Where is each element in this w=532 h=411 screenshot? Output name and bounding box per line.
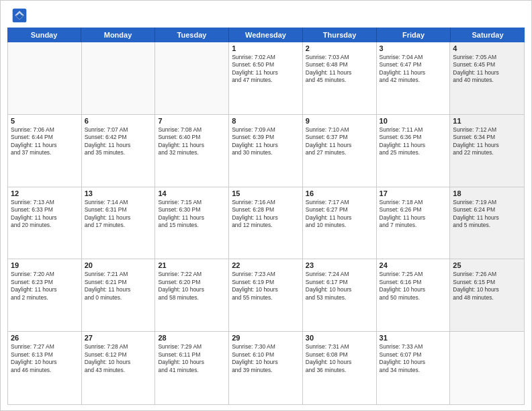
day-number: 17 <box>380 189 447 197</box>
calendar-cell <box>82 42 156 114</box>
day-number: 24 <box>380 261 447 269</box>
weekday-header-monday: Monday <box>81 28 155 42</box>
day-number: 19 <box>11 261 79 269</box>
day-info: Sunrise: 7:03 AM Sunset: 6:48 PM Dayligh… <box>306 54 373 85</box>
calendar-cell: 12Sunrise: 7:13 AM Sunset: 6:33 PM Dayli… <box>8 187 82 259</box>
day-info: Sunrise: 7:23 AM Sunset: 6:19 PM Dayligh… <box>232 271 300 302</box>
day-info: Sunrise: 7:04 AM Sunset: 6:47 PM Dayligh… <box>380 54 447 85</box>
calendar-cell: 6Sunrise: 7:07 AM Sunset: 6:42 PM Daylig… <box>82 115 156 187</box>
calendar-cell <box>8 42 82 114</box>
day-number: 10 <box>380 117 447 125</box>
day-number: 8 <box>232 117 300 125</box>
day-number: 5 <box>11 117 79 125</box>
calendar-cell: 21Sunrise: 7:22 AM Sunset: 6:20 PM Dayli… <box>155 259 229 331</box>
calendar-cell <box>450 332 524 404</box>
calendar-cell: 28Sunrise: 7:29 AM Sunset: 6:11 PM Dayli… <box>155 332 229 404</box>
weekday-header-tuesday: Tuesday <box>155 28 229 42</box>
logo-icon <box>11 7 28 24</box>
calendar-body: 1Sunrise: 7:02 AM Sunset: 6:50 PM Daylig… <box>7 42 525 405</box>
calendar-cell: 17Sunrise: 7:18 AM Sunset: 6:26 PM Dayli… <box>377 187 451 259</box>
day-number: 7 <box>158 117 226 125</box>
day-info: Sunrise: 7:12 AM Sunset: 6:34 PM Dayligh… <box>453 126 521 157</box>
day-info: Sunrise: 7:17 AM Sunset: 6:27 PM Dayligh… <box>306 199 373 230</box>
day-info: Sunrise: 7:26 AM Sunset: 6:15 PM Dayligh… <box>453 271 521 302</box>
calendar-row-2: 12Sunrise: 7:13 AM Sunset: 6:33 PM Dayli… <box>8 187 524 260</box>
calendar-cell: 18Sunrise: 7:19 AM Sunset: 6:24 PM Dayli… <box>450 187 524 259</box>
header <box>1 1 531 28</box>
day-info: Sunrise: 7:09 AM Sunset: 6:39 PM Dayligh… <box>232 126 300 157</box>
calendar-cell: 31Sunrise: 7:33 AM Sunset: 6:07 PM Dayli… <box>377 332 451 404</box>
weekday-header-thursday: Thursday <box>303 28 377 42</box>
calendar-cell: 23Sunrise: 7:24 AM Sunset: 6:17 PM Dayli… <box>303 259 377 331</box>
day-number: 27 <box>85 334 152 342</box>
day-info: Sunrise: 7:29 AM Sunset: 6:11 PM Dayligh… <box>158 343 226 374</box>
calendar-row-4: 26Sunrise: 7:27 AM Sunset: 6:13 PM Dayli… <box>8 332 524 404</box>
day-info: Sunrise: 7:02 AM Sunset: 6:50 PM Dayligh… <box>232 54 300 85</box>
calendar-header: SundayMondayTuesdayWednesdayThursdayFrid… <box>7 28 525 42</box>
calendar-cell <box>155 42 229 114</box>
calendar-cell: 26Sunrise: 7:27 AM Sunset: 6:13 PM Dayli… <box>8 332 82 404</box>
day-number: 3 <box>380 44 447 52</box>
day-number: 15 <box>232 189 300 197</box>
weekday-header-friday: Friday <box>377 28 451 42</box>
calendar-cell: 24Sunrise: 7:25 AM Sunset: 6:16 PM Dayli… <box>377 259 451 331</box>
day-number: 13 <box>85 189 152 197</box>
day-number: 30 <box>306 334 373 342</box>
logo <box>11 7 29 24</box>
calendar-cell: 13Sunrise: 7:14 AM Sunset: 6:31 PM Dayli… <box>82 187 156 259</box>
day-info: Sunrise: 7:31 AM Sunset: 6:08 PM Dayligh… <box>306 343 373 374</box>
day-info: Sunrise: 7:08 AM Sunset: 6:40 PM Dayligh… <box>158 126 226 157</box>
day-number: 9 <box>306 117 373 125</box>
day-info: Sunrise: 7:10 AM Sunset: 6:37 PM Dayligh… <box>306 126 373 157</box>
day-number: 4 <box>453 44 521 52</box>
calendar-cell: 9Sunrise: 7:10 AM Sunset: 6:37 PM Daylig… <box>303 115 377 187</box>
calendar-cell: 25Sunrise: 7:26 AM Sunset: 6:15 PM Dayli… <box>450 259 524 331</box>
calendar: SundayMondayTuesdayWednesdayThursdayFrid… <box>1 28 531 410</box>
day-number: 28 <box>158 334 226 342</box>
calendar-row-1: 5Sunrise: 7:06 AM Sunset: 6:44 PM Daylig… <box>8 115 524 187</box>
day-info: Sunrise: 7:18 AM Sunset: 6:26 PM Dayligh… <box>380 199 447 230</box>
page: SundayMondayTuesdayWednesdayThursdayFrid… <box>0 0 532 411</box>
day-info: Sunrise: 7:30 AM Sunset: 6:10 PM Dayligh… <box>232 343 300 374</box>
calendar-cell: 27Sunrise: 7:28 AM Sunset: 6:12 PM Dayli… <box>82 332 156 404</box>
day-info: Sunrise: 7:25 AM Sunset: 6:16 PM Dayligh… <box>380 271 447 302</box>
calendar-cell: 10Sunrise: 7:11 AM Sunset: 6:36 PM Dayli… <box>377 115 451 187</box>
day-info: Sunrise: 7:33 AM Sunset: 6:07 PM Dayligh… <box>380 343 447 374</box>
day-info: Sunrise: 7:11 AM Sunset: 6:36 PM Dayligh… <box>380 126 447 157</box>
calendar-cell: 5Sunrise: 7:06 AM Sunset: 6:44 PM Daylig… <box>8 115 82 187</box>
calendar-cell: 15Sunrise: 7:16 AM Sunset: 6:28 PM Dayli… <box>229 187 303 259</box>
day-info: Sunrise: 7:22 AM Sunset: 6:20 PM Dayligh… <box>158 271 226 302</box>
day-number: 14 <box>158 189 226 197</box>
day-info: Sunrise: 7:21 AM Sunset: 6:21 PM Dayligh… <box>85 271 152 302</box>
day-number: 20 <box>85 261 152 269</box>
day-number: 26 <box>11 334 79 342</box>
day-info: Sunrise: 7:14 AM Sunset: 6:31 PM Dayligh… <box>85 199 152 230</box>
calendar-cell: 11Sunrise: 7:12 AM Sunset: 6:34 PM Dayli… <box>450 115 524 187</box>
day-info: Sunrise: 7:27 AM Sunset: 6:13 PM Dayligh… <box>11 343 79 374</box>
day-info: Sunrise: 7:16 AM Sunset: 6:28 PM Dayligh… <box>232 199 300 230</box>
calendar-cell: 19Sunrise: 7:20 AM Sunset: 6:23 PM Dayli… <box>8 259 82 331</box>
day-number: 12 <box>11 189 79 197</box>
day-number: 1 <box>232 44 300 52</box>
day-info: Sunrise: 7:20 AM Sunset: 6:23 PM Dayligh… <box>11 271 79 302</box>
calendar-cell: 3Sunrise: 7:04 AM Sunset: 6:47 PM Daylig… <box>377 42 451 114</box>
calendar-cell: 2Sunrise: 7:03 AM Sunset: 6:48 PM Daylig… <box>303 42 377 114</box>
day-info: Sunrise: 7:15 AM Sunset: 6:30 PM Dayligh… <box>158 199 226 230</box>
day-info: Sunrise: 7:07 AM Sunset: 6:42 PM Dayligh… <box>85 126 152 157</box>
calendar-cell: 4Sunrise: 7:05 AM Sunset: 6:45 PM Daylig… <box>450 42 524 114</box>
day-number: 23 <box>306 261 373 269</box>
weekday-header-sunday: Sunday <box>7 28 81 42</box>
calendar-cell: 30Sunrise: 7:31 AM Sunset: 6:08 PM Dayli… <box>303 332 377 404</box>
day-number: 16 <box>306 189 373 197</box>
day-info: Sunrise: 7:28 AM Sunset: 6:12 PM Dayligh… <box>85 343 152 374</box>
day-number: 31 <box>380 334 447 342</box>
calendar-row-0: 1Sunrise: 7:02 AM Sunset: 6:50 PM Daylig… <box>8 42 524 115</box>
day-number: 22 <box>232 261 300 269</box>
calendar-row-3: 19Sunrise: 7:20 AM Sunset: 6:23 PM Dayli… <box>8 259 524 332</box>
day-number: 6 <box>85 117 152 125</box>
weekday-header-saturday: Saturday <box>451 28 525 42</box>
calendar-cell: 20Sunrise: 7:21 AM Sunset: 6:21 PM Dayli… <box>82 259 156 331</box>
day-number: 2 <box>306 44 373 52</box>
day-info: Sunrise: 7:05 AM Sunset: 6:45 PM Dayligh… <box>453 54 521 85</box>
day-number: 21 <box>158 261 226 269</box>
